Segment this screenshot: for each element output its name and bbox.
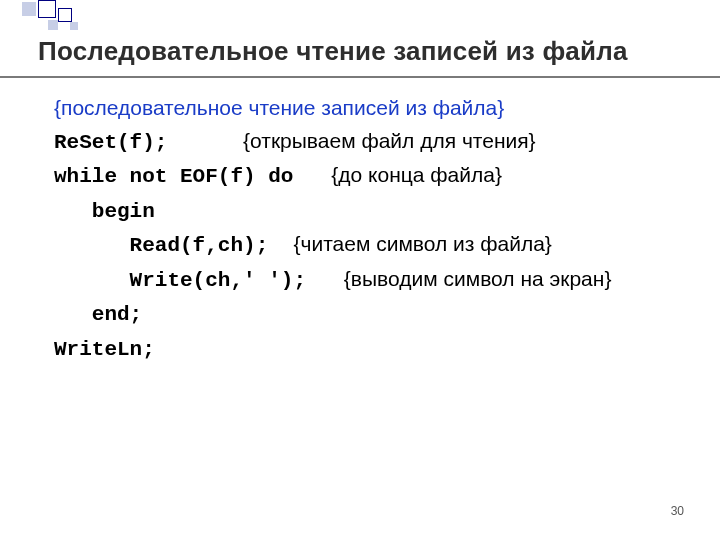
code-writeln: WriteLn; bbox=[54, 338, 155, 361]
intro-comment: {последовательное чтение записей из файл… bbox=[54, 92, 690, 125]
code-while: while not EOF(f) do bbox=[54, 165, 293, 188]
title-underline bbox=[0, 76, 720, 78]
code-line-6: end; bbox=[54, 297, 690, 332]
code-line-1: ReSet(f); {открываем файл для чтения} bbox=[54, 125, 690, 160]
comment-5: {выводим символ на экран} bbox=[344, 267, 612, 290]
slide: Последовательное чтение записей из файла… bbox=[0, 0, 720, 540]
code-line-4: Read(f,ch); {читаем символ из файла} bbox=[54, 228, 690, 263]
code-line-2: while not EOF(f) do {до конца файла} bbox=[54, 159, 690, 194]
slide-title: Последовательное чтение записей из файла bbox=[38, 36, 700, 67]
code-reset: ReSet(f); bbox=[54, 131, 167, 154]
code-write: Write(ch,' '); bbox=[54, 269, 306, 292]
comment-2: {до конца файла} bbox=[331, 163, 502, 186]
content-block: {последовательное чтение записей из файл… bbox=[54, 92, 690, 366]
page-number: 30 bbox=[671, 504, 684, 518]
code-line-5: Write(ch,' '); {выводим символ на экран} bbox=[54, 263, 690, 298]
code-begin: begin bbox=[54, 200, 155, 223]
code-line-3: begin bbox=[54, 194, 690, 229]
code-end: end; bbox=[54, 303, 142, 326]
comment-1: {открываем файл для чтения} bbox=[243, 129, 536, 152]
title-motif bbox=[0, 0, 200, 40]
code-line-7: WriteLn; bbox=[54, 332, 690, 367]
code-read: Read(f,ch); bbox=[54, 234, 268, 257]
comment-4: {читаем символ из файла} bbox=[293, 232, 551, 255]
